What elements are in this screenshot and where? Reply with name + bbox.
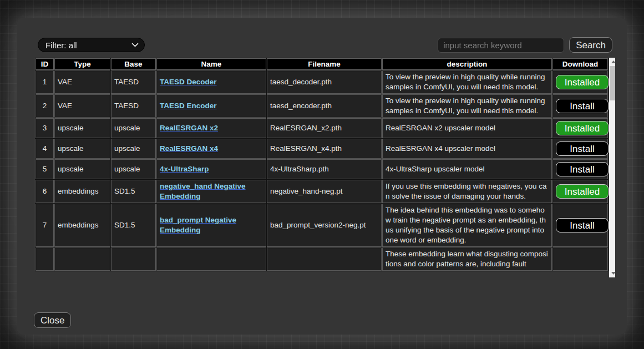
table-row: These embedding learn what disgusting co… xyxy=(36,247,608,271)
cell-filename: 4x-UltraSharp.pth xyxy=(267,159,382,179)
cell-base: upscale xyxy=(111,118,156,138)
cell-name: bad_prompt Negative Embedding xyxy=(156,204,266,247)
cell-base: TAESD xyxy=(111,70,156,94)
cell-filename: taesd_encoder.pth xyxy=(267,94,382,118)
cell-id: 3 xyxy=(36,118,54,138)
install-button[interactable]: Install xyxy=(556,218,608,232)
cell-base xyxy=(111,247,156,271)
cell-description: 4x-UltraSharp upscaler model xyxy=(382,159,552,179)
cell-description: To view the preview in high quality whil… xyxy=(382,94,552,118)
cell-description: The idea behind this embedding was to so… xyxy=(382,204,552,247)
filter-select[interactable]: Filter: all xyxy=(38,38,145,52)
table-row: 4upscaleupscaleRealESRGAN x4RealESRGAN_x… xyxy=(36,139,608,159)
table-header-row: IDTypeBaseNameFilenamedescriptionDownloa… xyxy=(36,58,608,70)
installed-button[interactable]: Installed xyxy=(556,75,608,89)
cell-download: Installed xyxy=(552,118,608,138)
cell-filename xyxy=(267,247,382,271)
cell-type: VAE xyxy=(54,70,110,94)
install-button[interactable]: Install xyxy=(556,141,608,156)
chevron-down-icon xyxy=(131,43,139,48)
column-header: description xyxy=(382,58,552,70)
cell-download: Installed xyxy=(552,180,608,203)
cell-description: RealESRGAN x4 upscaler model xyxy=(382,139,552,159)
model-name-link[interactable]: bad_prompt Negative Embedding xyxy=(160,216,236,234)
cell-type: VAE xyxy=(54,94,110,118)
cell-type: upscale xyxy=(54,139,110,159)
search-input[interactable] xyxy=(438,38,564,53)
scrollbar-down-arrow-icon[interactable] xyxy=(609,270,615,277)
model-name-link[interactable]: RealESRGAN x2 xyxy=(160,124,218,132)
cell-filename: RealESRGAN_x2.pth xyxy=(267,118,382,138)
cell-name xyxy=(156,247,266,271)
table-scrollbar[interactable] xyxy=(609,58,615,277)
cell-type: upscale xyxy=(54,118,110,138)
cell-id: 1 xyxy=(36,70,54,94)
cell-description: RealESRGAN x2 upscaler model xyxy=(382,118,552,138)
cell-base: upscale xyxy=(111,139,156,159)
table-row: 7embeddingsSD1.5bad_prompt Negative Embe… xyxy=(36,204,608,247)
cell-description: To view the preview in high quality whil… xyxy=(382,70,552,94)
cell-filename: taesd_decoder.pth xyxy=(267,70,382,94)
install-models-dialog: Filter: all Search IDTypeBaseNameFilenam… xyxy=(17,18,627,335)
cell-base: SD1.5 xyxy=(111,204,156,247)
models-table-area: IDTypeBaseNameFilenamedescriptionDownloa… xyxy=(35,58,615,277)
cell-download: Install xyxy=(552,159,608,179)
model-name-link[interactable]: TAESD Encoder xyxy=(160,102,217,110)
cell-filename: negative_hand-neg.pt xyxy=(267,180,382,203)
cell-download xyxy=(552,247,608,271)
scrollbar-up-arrow-icon[interactable] xyxy=(609,58,615,65)
cell-name: TAESD Decoder xyxy=(156,70,266,94)
cell-download: Install xyxy=(552,139,608,159)
search-group: Search xyxy=(438,37,612,53)
installed-button[interactable]: Installed xyxy=(556,121,608,135)
cell-name: RealESRGAN x2 xyxy=(156,118,266,138)
cell-download: Install xyxy=(552,94,608,118)
cell-type: embeddings xyxy=(54,204,110,247)
close-button[interactable]: Close xyxy=(34,312,71,328)
cell-download: Install xyxy=(552,204,608,247)
cell-type xyxy=(54,247,110,271)
cell-base: SD1.5 xyxy=(111,180,156,203)
cell-id: 6 xyxy=(36,180,54,203)
cell-id xyxy=(36,247,54,271)
cell-name: RealESRGAN x4 xyxy=(156,139,266,159)
search-button[interactable]: Search xyxy=(569,37,612,53)
install-button[interactable]: Install xyxy=(556,99,608,113)
install-button[interactable]: Install xyxy=(556,162,608,176)
cell-id: 4 xyxy=(36,139,54,159)
column-header: Base xyxy=(111,58,156,70)
column-header: Type xyxy=(54,58,110,70)
column-header: ID xyxy=(36,58,54,70)
model-name-link[interactable]: TAESD Decoder xyxy=(160,78,217,86)
cell-id: 5 xyxy=(36,159,54,179)
cell-type: embeddings xyxy=(54,180,110,203)
installed-button[interactable]: Installed xyxy=(556,184,608,199)
table-row: 1VAETAESDTAESD Decodertaesd_decoder.pthT… xyxy=(36,70,608,94)
model-name-link[interactable]: RealESRGAN x4 xyxy=(160,144,218,153)
cell-filename: RealESRGAN_x4.pth xyxy=(267,139,382,159)
table-row: 6embeddingsSD1.5negative_hand Negative E… xyxy=(36,180,608,203)
column-header: Name xyxy=(156,58,266,70)
cell-filename: bad_prompt_version2-neg.pt xyxy=(267,204,382,247)
cell-description: These embedding learn what disgusting co… xyxy=(382,247,552,271)
model-name-link[interactable]: negative_hand Negative Embedding xyxy=(160,182,246,200)
table-row: 3upscaleupscaleRealESRGAN x2RealESRGAN_x… xyxy=(36,118,608,138)
cell-base: TAESD xyxy=(111,94,156,118)
cell-id: 7 xyxy=(36,204,54,247)
cell-type: upscale xyxy=(54,159,110,179)
cell-description: If you use this embedding with negatives… xyxy=(382,180,552,203)
cell-name: 4x-UltraSharp xyxy=(156,159,266,179)
cell-base: upscale xyxy=(111,159,156,179)
cell-id: 2 xyxy=(36,94,54,118)
models-table: IDTypeBaseNameFilenamedescriptionDownloa… xyxy=(35,58,608,271)
cell-name: negative_hand Negative Embedding xyxy=(156,180,266,203)
filter-select-label: Filter: all xyxy=(45,41,77,50)
scrollbar-thumb[interactable] xyxy=(610,66,615,100)
model-name-link[interactable]: 4x-UltraSharp xyxy=(160,165,209,173)
table-row: 2VAETAESDTAESD Encodertaesd_encoder.pthT… xyxy=(36,94,608,118)
column-header: Download xyxy=(552,58,608,70)
table-row: 5upscaleupscale4x-UltraSharp4x-UltraShar… xyxy=(36,159,608,179)
cell-download: Installed xyxy=(552,70,608,94)
column-header: Filename xyxy=(267,58,382,70)
cell-name: TAESD Encoder xyxy=(156,94,266,118)
